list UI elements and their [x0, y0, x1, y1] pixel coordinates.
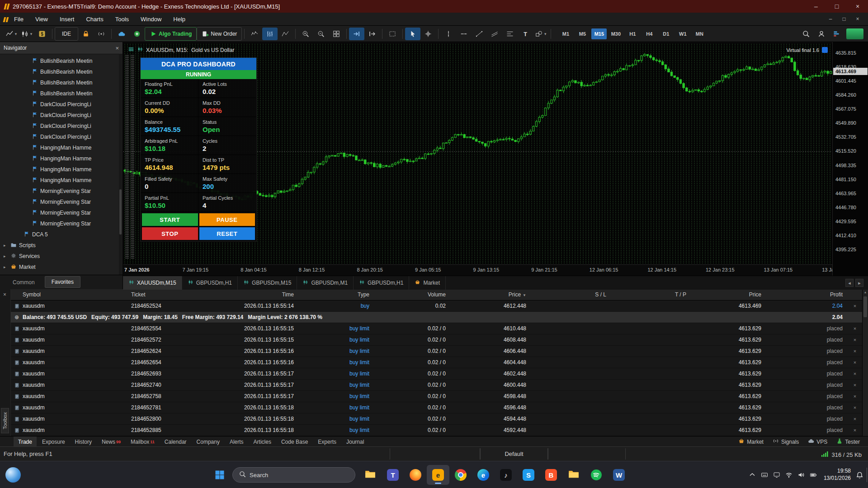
taskbar-clock[interactable]: 19:58 13/01/2026 — [824, 468, 851, 482]
wifi-icon[interactable] — [785, 471, 793, 479]
price-scale[interactable]: 4635.8154618.6304601.4454584.2604567.075… — [832, 42, 868, 276]
timeframe-h1-button[interactable]: H1 — [625, 28, 640, 39]
column-header-profit[interactable]: Profit — [766, 291, 847, 298]
start-button[interactable] — [211, 466, 229, 484]
close-order-icon[interactable]: × — [847, 371, 863, 376]
column-header-s-l[interactable]: S / L — [531, 291, 611, 298]
tab-calendar[interactable]: Calendar — [160, 436, 191, 447]
navigator-item-darkcloud-piercingli[interactable]: DarkCloud PiercingLi — [0, 131, 119, 142]
market-depth-button[interactable] — [829, 28, 844, 40]
scrollbar-thumb[interactable] — [119, 189, 122, 235]
profile-button[interactable] — [814, 28, 829, 40]
navigator-item-bullishbearish-meetin[interactable]: BullishBearish Meetin — [0, 88, 119, 99]
service-vps[interactable]: VPS — [808, 438, 827, 446]
close-order-icon[interactable]: × — [847, 394, 863, 399]
menu-file[interactable]: File — [8, 13, 29, 25]
volume-icon[interactable] — [797, 471, 805, 479]
timeframe-w1-button[interactable]: W1 — [675, 28, 690, 39]
cursor-button[interactable] — [405, 28, 420, 40]
timeframe-mn-button[interactable]: MN — [692, 28, 707, 39]
column-header-ticket[interactable]: Ticket — [122, 291, 190, 298]
menu-insert[interactable]: Insert — [54, 13, 80, 25]
close-order-icon[interactable]: × — [847, 382, 863, 388]
tab-mailbox[interactable]: Mailbox11 — [126, 436, 159, 447]
navigator-item-darkcloud-piercingli[interactable]: DarkCloud PiercingLi — [0, 121, 119, 131]
close-order-icon[interactable]: × — [847, 326, 863, 331]
pattern-tool-button[interactable] — [247, 28, 262, 40]
tile-windows-button[interactable] — [329, 28, 344, 40]
show-desktop-button[interactable] — [867, 468, 867, 482]
close-button[interactable]: × — [847, 0, 868, 13]
close-order-icon[interactable]: × — [847, 303, 863, 309]
chart-tab-gbpusdm-m15[interactable]: GBPUSDm,M15 — [238, 276, 297, 290]
expand-arrow-icon[interactable]: ▸ — [4, 265, 8, 269]
zoom-out-button[interactable] — [313, 28, 329, 40]
next-tab-icon[interactable]: ▸ — [855, 279, 863, 287]
navigator-item-morningevening-star[interactable]: MorningEvening Star — [0, 197, 119, 207]
close-order-icon[interactable]: × — [847, 348, 863, 354]
navigator-item-bullishbearish-meetin[interactable]: BullishBearish Meetin — [0, 66, 119, 77]
minimize-button[interactable]: – — [806, 0, 826, 13]
shapes-button[interactable]: ▾ — [533, 28, 548, 40]
lock-button[interactable] — [78, 28, 94, 40]
maximize-button[interactable]: □ — [826, 0, 847, 13]
auto-scroll-button[interactable] — [349, 28, 364, 40]
column-header-symbol[interactable]: Symbol — [23, 291, 122, 298]
tab-alerts[interactable]: Alerts — [225, 436, 248, 447]
service-tester[interactable]: Tester — [836, 438, 860, 446]
ide-button[interactable]: IDE — [55, 27, 78, 41]
teams-icon[interactable]: T — [382, 465, 404, 485]
taskbar-search[interactable]: Search — [232, 467, 355, 483]
cloud-sync-button[interactable] — [114, 28, 129, 40]
chrome-icon[interactable] — [449, 465, 472, 485]
notification-bell-icon[interactable] — [856, 471, 863, 479]
service-market[interactable]: Market — [738, 438, 764, 446]
time-axis[interactable]: 7 Jan 20267 Jan 19:158 Jan 04:158 Jan 12… — [123, 264, 868, 276]
algo-trading-button[interactable]: Algo Trading — [145, 27, 197, 41]
navigator-item-morningevening-star[interactable]: MorningEvening Star — [0, 207, 119, 218]
trendline-button[interactable] — [472, 28, 487, 40]
folder-icon[interactable] — [562, 465, 585, 485]
tab-code-base[interactable]: Code Base — [277, 436, 312, 447]
open-account-button[interactable] — [129, 28, 145, 40]
tray-expand-icon[interactable] — [749, 471, 756, 479]
edge-icon[interactable]: e — [472, 465, 495, 485]
navigator-tab-common[interactable]: Common — [6, 277, 41, 288]
battery-icon[interactable] — [810, 471, 817, 479]
file-explorer-icon[interactable] — [359, 465, 382, 485]
weather-widget[interactable] — [5, 467, 21, 483]
timeframe-m1-button[interactable]: M1 — [558, 28, 573, 39]
navigator-tab-favorites[interactable]: Favorites — [45, 276, 80, 288]
crosshair-button[interactable] — [420, 28, 436, 40]
column-header-t-p[interactable]: T / P — [611, 291, 691, 298]
navigator-item-morningevening-star[interactable]: MorningEvening Star — [0, 218, 119, 229]
expand-arrow-icon[interactable]: ▸ — [4, 243, 8, 248]
mdi-close-button[interactable]: × — [851, 16, 864, 22]
exness-terminal-icon[interactable]: e — [427, 465, 449, 485]
tab-trade[interactable]: Trade — [14, 436, 37, 447]
mdi-minimize-button[interactable]: – — [824, 16, 837, 22]
navigator-close-button[interactable]: × — [115, 45, 119, 52]
close-order-icon[interactable]: × — [847, 427, 863, 433]
navigator-scrollbar[interactable] — [119, 54, 122, 275]
menu-charts[interactable]: Charts — [80, 13, 109, 25]
firefox-icon[interactable] — [404, 465, 427, 485]
service-signals[interactable]: Signals — [773, 438, 799, 446]
virtual-hosting-button[interactable] — [94, 28, 109, 40]
mdi-restore-button[interactable]: □ — [837, 16, 851, 22]
bar-style-button[interactable]: ▾ — [19, 28, 34, 40]
pause-button[interactable]: PAUSE — [199, 213, 255, 226]
navigator-item-dca-5[interactable]: DCA 5 — [0, 229, 119, 240]
close-order-icon[interactable]: × — [847, 337, 863, 343]
close-order-icon[interactable]: × — [847, 360, 863, 365]
text-tool-button[interactable]: T — [518, 28, 533, 40]
toolbox-close-button[interactable]: × — [3, 291, 6, 298]
timeframe-d1-button[interactable]: D1 — [658, 28, 674, 39]
chart-tab-gbpusdm-h1[interactable]: GBPUSDm,H1 — [182, 276, 238, 290]
chart-plot[interactable]: XAUUSDm, M15: Gold vs US Dollar Virtual … — [123, 43, 832, 264]
tab-news[interactable]: News99 — [97, 436, 125, 447]
stop-button[interactable]: STOP — [142, 227, 198, 240]
chart-type-button[interactable]: ▾ — [4, 28, 19, 40]
navigator-item-darkcloud-piercingli[interactable]: DarkCloud PiercingLi — [0, 110, 119, 121]
timeframe-m15-button[interactable]: M15 — [591, 28, 607, 39]
